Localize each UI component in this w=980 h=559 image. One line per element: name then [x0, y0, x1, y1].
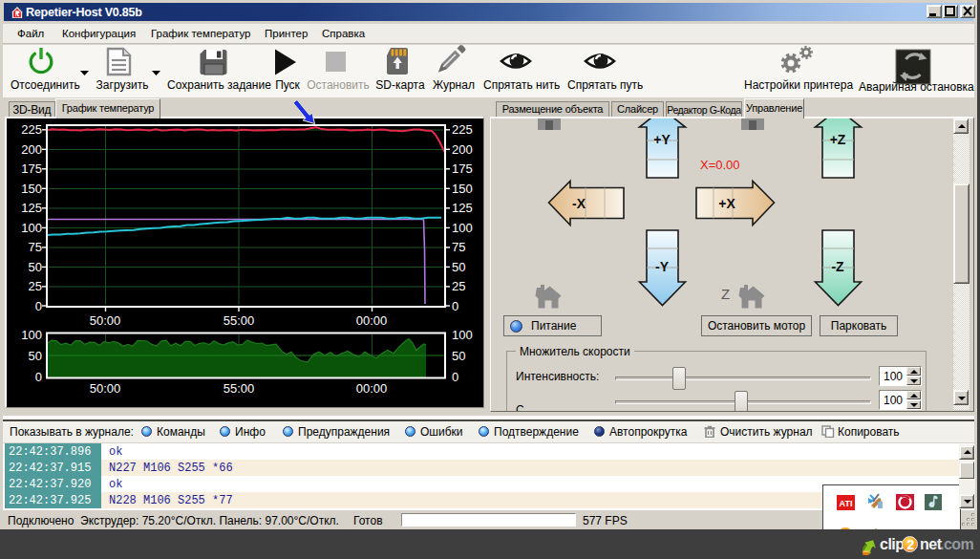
svg-text:0: 0 [35, 370, 42, 384]
svg-text:125: 125 [21, 201, 42, 215]
svg-text:200: 200 [452, 142, 473, 157]
svg-text:50:00: 50:00 [90, 381, 121, 396]
svg-text:50:00: 50:00 [90, 313, 121, 328]
svg-text:125: 125 [452, 201, 473, 215]
svg-text:ATI: ATI [840, 499, 853, 508]
svg-text:0: 0 [452, 370, 458, 384]
svg-text:175: 175 [21, 161, 42, 176]
svg-text:0: 0 [35, 299, 42, 313]
svg-text:X=0.00: X=0.00 [700, 158, 740, 172]
svg-text:100: 100 [452, 221, 473, 235]
svg-text:150: 150 [452, 182, 473, 196]
svg-text:-Z: -Z [831, 259, 844, 274]
svg-text:50: 50 [452, 260, 465, 274]
svg-text:55:00: 55:00 [224, 313, 255, 328]
svg-text:25: 25 [29, 279, 42, 293]
svg-text:00:00: 00:00 [356, 381, 388, 396]
svg-text:50: 50 [452, 349, 465, 363]
svg-text:+X: +X [718, 196, 735, 211]
svg-text:100: 100 [21, 328, 42, 342]
svg-text:50: 50 [29, 349, 42, 363]
svg-text:Z: Z [721, 286, 730, 302]
svg-text:50: 50 [29, 260, 42, 274]
svg-text:00:00: 00:00 [356, 313, 388, 328]
svg-text:225: 225 [21, 122, 42, 137]
svg-text:75: 75 [29, 240, 42, 254]
svg-text:150: 150 [21, 182, 42, 196]
svg-text:200: 200 [21, 142, 42, 157]
svg-text:100: 100 [21, 221, 42, 235]
svg-text:100: 100 [452, 328, 473, 342]
svg-text:+Z: +Z [830, 132, 846, 147]
svg-text:25: 25 [452, 279, 465, 293]
svg-text:-Y: -Y [655, 259, 670, 274]
svg-text:+Y: +Y [653, 132, 671, 147]
svg-text:175: 175 [452, 161, 473, 176]
svg-text:55:00: 55:00 [224, 381, 255, 396]
svg-text:0: 0 [452, 299, 458, 313]
svg-text:-X: -X [572, 196, 586, 211]
svg-text:75: 75 [452, 240, 465, 254]
svg-text:225: 225 [452, 122, 473, 137]
